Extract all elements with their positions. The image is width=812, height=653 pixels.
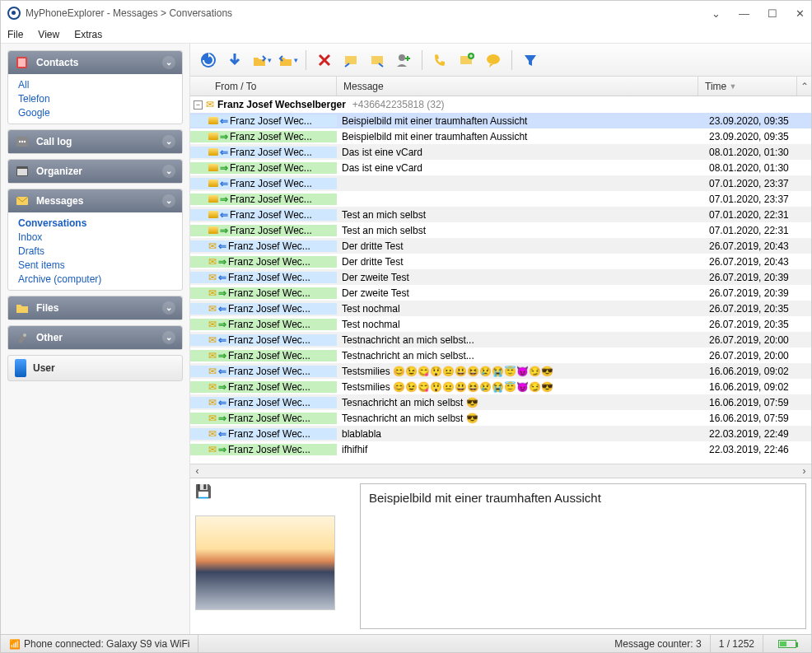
message-from: Franz Josef Wec... xyxy=(228,350,310,361)
message-text: Beispielbild mit einer traumhaften Aussi… xyxy=(337,131,704,142)
message-from: Franz Josef Wec... xyxy=(228,366,310,377)
maximize-button[interactable]: ☐ xyxy=(768,7,777,20)
chevron-down-icon: ⌄ xyxy=(162,56,175,69)
conversation-name: Franz Josef Wechselberger xyxy=(217,99,346,110)
scroll-up-button[interactable]: ⌃ xyxy=(797,81,811,92)
column-message[interactable]: Message xyxy=(337,77,698,96)
sidebar-item[interactable]: Telefon xyxy=(18,93,172,105)
message-text: Test nochmal xyxy=(337,319,704,330)
collapse-icon[interactable]: − xyxy=(194,100,203,110)
message-text: Testnachricht an mich selbst... xyxy=(337,334,704,346)
direction-icon: ⇒ xyxy=(218,381,226,393)
message-text: Der zweite Test xyxy=(337,287,704,299)
message-row[interactable]: ⇐ Franz Josef Wec...Der dritte Test26.07… xyxy=(190,238,811,254)
main-area: ▾ ▾ From / To Message Time ▼ ⌃ − ✉ xyxy=(190,44,811,634)
reply-button[interactable] xyxy=(339,49,362,72)
sidebar-item[interactable]: All xyxy=(18,79,172,91)
close-button[interactable]: ✕ xyxy=(796,7,805,20)
export-button[interactable]: ▾ xyxy=(276,49,299,72)
conversation-header[interactable]: − ✉ Franz Josef Wechselberger+4366422358… xyxy=(190,96,811,113)
toolbar-separator xyxy=(422,50,422,70)
message-row[interactable]: ⇒ Franz Josef Wec...Beispielbild mit ein… xyxy=(190,128,811,144)
sidebar-header-files[interactable]: Files ⌄ xyxy=(8,296,182,320)
horizontal-scrollbar[interactable]: ‹ › xyxy=(190,464,811,478)
call-button[interactable] xyxy=(429,49,452,72)
preview-text[interactable]: Beispielbild mit einer traumhaften Aussi… xyxy=(360,483,806,629)
sidebar-group-files: Files ⌄ xyxy=(7,296,183,320)
new-message-button[interactable] xyxy=(455,49,478,72)
message-row[interactable]: ⇐ Franz Josef Wec...Beispielbild mit ein… xyxy=(190,113,811,128)
menu-file[interactable]: File xyxy=(7,29,23,40)
sidebar-header-calllog[interactable]: Call log ⌄ xyxy=(8,130,182,153)
message-row[interactable]: ⇒ Franz Josef Wec...07.01.2020, 23:37 xyxy=(190,191,811,207)
download-button[interactable] xyxy=(223,49,246,72)
sidebar-item[interactable]: Sent items xyxy=(18,259,172,271)
delete-button[interactable] xyxy=(313,49,336,72)
message-row[interactable]: ⇐ Franz Josef Wec...blablabla22.03.2019,… xyxy=(190,426,811,441)
scroll-right-button[interactable]: › xyxy=(797,465,811,477)
message-row[interactable]: ⇒ Franz Josef Wec...ifhifhif22.03.2019, … xyxy=(190,441,811,457)
direction-icon: ⇒ xyxy=(220,225,228,236)
add-contact-button[interactable] xyxy=(392,49,415,72)
message-row[interactable]: ⇐ Franz Josef Wec...Testnachricht an mic… xyxy=(190,332,811,347)
window-controls: ⌄ ― ☐ ✕ xyxy=(712,7,805,20)
message-row[interactable]: ⇒ Franz Josef Wec...Test nochmal26.07.20… xyxy=(190,316,811,332)
message-from: Franz Josef Wec... xyxy=(230,115,312,127)
import-button[interactable]: ▾ xyxy=(250,49,273,72)
message-row[interactable]: ⇒ Franz Josef Wec...Das ist eine vCard08… xyxy=(190,160,811,175)
collapse-button[interactable]: ⌄ xyxy=(712,7,721,20)
filter-button[interactable] xyxy=(519,49,542,72)
chat-button[interactable] xyxy=(482,49,505,72)
message-time: 22.03.2019, 22:46 xyxy=(704,444,811,455)
sidebar-item[interactable]: Conversations xyxy=(18,217,172,229)
message-row[interactable]: ⇒ Franz Josef Wec...Tesnachricht an mich… xyxy=(190,410,811,426)
message-row[interactable]: ⇐ Franz Josef Wec...Testsmilies 😊😉😋😲😐😃😆😢… xyxy=(190,363,811,379)
message-row[interactable]: ⇐ Franz Josef Wec...Test nochmal26.07.20… xyxy=(190,301,811,316)
direction-icon: ⇒ xyxy=(220,194,228,205)
card-icon xyxy=(208,148,218,156)
svg-point-12 xyxy=(399,54,405,61)
message-list: From / To Message Time ▼ ⌃ − ✉ Franz Jos… xyxy=(190,77,811,478)
menu-view[interactable]: View xyxy=(38,29,59,40)
message-row[interactable]: ⇐ Franz Josef Wec...Tesnachricht an mich… xyxy=(190,394,811,410)
status-counter: Message counter: 3 xyxy=(606,635,710,652)
message-row[interactable]: ⇐ Franz Josef Wec...Das ist eine vCard08… xyxy=(190,144,811,160)
menu-extras[interactable]: Extras xyxy=(74,29,102,40)
sidebar-item[interactable]: Archive (computer) xyxy=(18,273,172,285)
message-row[interactable]: ⇒ Franz Josef Wec...Der dritte Test26.07… xyxy=(190,254,811,269)
message-row[interactable]: ⇒ Franz Josef Wec...Testsmilies 😊😉😋😲😐😃😆😢… xyxy=(190,379,811,394)
save-attachment-button[interactable]: 💾 xyxy=(195,483,352,499)
sidebar-item[interactable]: Google xyxy=(18,107,172,119)
attachment-thumbnail[interactable] xyxy=(195,515,335,610)
message-row[interactable]: ⇐ Franz Josef Wec...Der zweite Test26.07… xyxy=(190,269,811,285)
message-row[interactable]: ⇒ Franz Josef Wec...Test an mich selbst0… xyxy=(190,222,811,238)
chevron-down-icon: ⌄ xyxy=(162,194,175,208)
message-text: Beispielbild mit einer traumhaften Aussi… xyxy=(337,115,704,127)
sidebar-item[interactable]: Inbox xyxy=(18,231,172,243)
scroll-left-button[interactable]: ‹ xyxy=(190,465,204,477)
sidebar-header-organizer[interactable]: Organizer ⌄ xyxy=(8,160,182,183)
message-from: Franz Josef Wec... xyxy=(228,444,310,455)
column-from[interactable]: From / To xyxy=(190,77,337,96)
sidebar-label-messages: Messages xyxy=(36,195,83,207)
message-time: 08.01.2020, 01:30 xyxy=(704,162,811,174)
sidebar-header-messages[interactable]: Messages ⌄ xyxy=(8,189,182,212)
message-time: 16.06.2019, 07:59 xyxy=(704,397,811,408)
message-time: 16.06.2019, 09:02 xyxy=(704,366,811,377)
sidebar-header-contacts[interactable]: Contacts ⌄ xyxy=(8,51,182,74)
message-row[interactable]: ⇒ Franz Josef Wec...Testnachricht an mic… xyxy=(190,347,811,363)
message-row[interactable]: ⇐ Franz Josef Wec...Test an mich selbst0… xyxy=(190,207,811,222)
refresh-button[interactable] xyxy=(197,49,220,72)
minimize-button[interactable]: ― xyxy=(739,7,749,20)
forward-button[interactable] xyxy=(366,49,389,72)
message-row[interactable]: ⇒ Franz Josef Wec...Der zweite Test26.07… xyxy=(190,285,811,301)
message-row[interactable]: ⇐ Franz Josef Wec...07.01.2020, 23:37 xyxy=(190,175,811,191)
card-icon xyxy=(208,226,218,234)
sidebar-item[interactable]: Drafts xyxy=(18,245,172,257)
message-time: 23.09.2020, 09:35 xyxy=(704,131,811,142)
list-body[interactable]: − ✉ Franz Josef Wechselberger+4366422358… xyxy=(190,96,811,464)
sidebar-header-other[interactable]: Other ⌄ xyxy=(8,326,182,349)
svg-point-3 xyxy=(21,141,23,142)
sidebar-user[interactable]: User xyxy=(7,355,183,381)
column-time[interactable]: Time ▼ xyxy=(698,77,797,96)
